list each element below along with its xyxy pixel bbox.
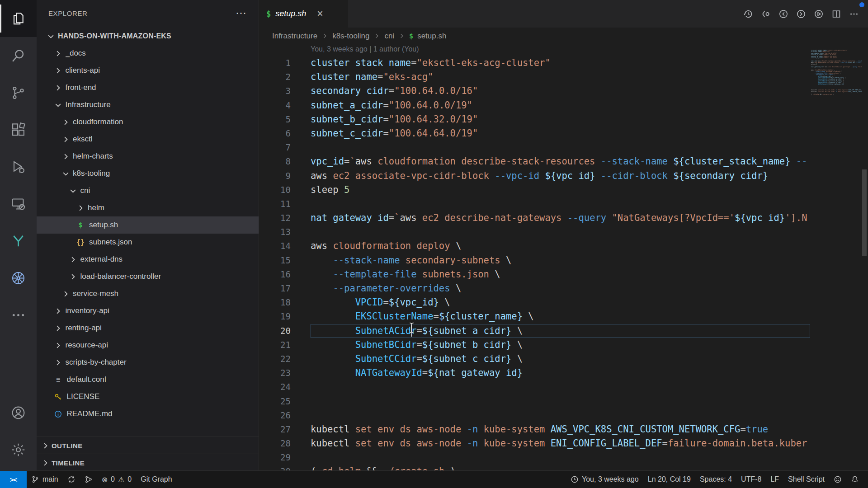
run-icon[interactable] (814, 9, 824, 19)
code-line[interactable] (311, 450, 810, 465)
activity-source-control-icon[interactable] (0, 74, 37, 111)
tree-item-license[interactable]: LICENSE (37, 388, 259, 405)
tree-item-scripts-by-chapter[interactable]: scripts-by-chapter (37, 354, 259, 371)
tree-item-renting-api[interactable]: renting-api (37, 319, 259, 337)
activity-account-icon[interactable] (0, 394, 37, 431)
activity-run-and-debug-icon[interactable] (0, 148, 37, 185)
tree-item-external-dns[interactable]: external-dns (37, 251, 259, 268)
scrollbar-thumb[interactable] (862, 169, 867, 256)
code-line[interactable]: subnet_a_cidr="100.64.0.0/19" (311, 99, 810, 113)
explorer-more-actions-icon[interactable]: ⋯ (236, 7, 247, 19)
sidebar-section-timeline[interactable]: TIMELINE (37, 454, 259, 471)
code-line[interactable]: --parameter-overrides \ (311, 282, 810, 296)
tree-item-readme-md[interactable]: README.md (37, 405, 259, 422)
sync-button[interactable] (63, 471, 80, 488)
problems-item[interactable]: ⊗ 0 ⚠ 0 (97, 471, 137, 488)
breadcrumb-item[interactable]: k8s-tooling (332, 32, 369, 41)
tree-item-cloudformation[interactable]: cloudformation (37, 113, 259, 131)
activity-additional-views-icon[interactable] (0, 296, 37, 333)
branch-item[interactable]: main (27, 471, 63, 488)
blame-status-item[interactable]: You, 3 weeks ago (566, 471, 643, 488)
code-pane[interactable]: You, 3 weeks ago | 1 author (You) 123456… (259, 44, 868, 471)
code-line[interactable]: kubectl set env ds aws-node -n kube-syst… (311, 436, 810, 450)
tree-item-resource-api[interactable]: resource-api (37, 337, 259, 354)
tree-item-hands-on-with-amazon-eks[interactable]: HANDS-ON-WITH-AMAZON-EKS (37, 28, 259, 45)
code-line[interactable]: --template-file subnets.json \ (311, 267, 810, 282)
line-number: 15 (259, 253, 291, 267)
tree-item-setup-sh[interactable]: $setup.sh (37, 216, 259, 234)
code-line[interactable]: --stack-name secondary-subnets \ (311, 253, 810, 267)
activity-testing-icon[interactable] (0, 222, 37, 259)
git-graph-label[interactable]: Git Graph (136, 471, 176, 488)
tree-item-helm-charts[interactable]: helm-charts (37, 148, 259, 165)
close-icon[interactable]: × (317, 9, 323, 19)
sidebar-section-outline[interactable]: OUTLINE (37, 436, 259, 454)
tree-item-service-mesh[interactable]: service-mesh (37, 285, 259, 302)
code-line[interactable]: nat_gateway_id=`aws ec2 describe-nat-gat… (311, 211, 810, 225)
code-line[interactable] (311, 197, 810, 211)
indentation[interactable]: Spaces: 4 (695, 471, 736, 488)
code-line[interactable] (311, 225, 810, 239)
feedback-smiley-button[interactable] (829, 471, 846, 488)
split-editor-icon[interactable] (831, 9, 841, 19)
notifications-bell-button[interactable] (846, 471, 863, 488)
code-line[interactable] (311, 141, 810, 155)
code-line[interactable]: NATGatewayId=${nat_gateway_id} (311, 366, 810, 380)
code-line[interactable]: SubnetCCidr=${subnet_c_cidr} \ (311, 352, 810, 366)
eol-selector[interactable]: LF (766, 471, 783, 488)
code-line[interactable]: aws cloudformation deploy \ (311, 239, 810, 253)
encoding[interactable]: UTF-8 (736, 471, 766, 488)
code-line[interactable]: sleep 5 (311, 183, 810, 197)
code-content[interactable]: cluster_stack_name="eksctl-eks-acg-clust… (311, 56, 810, 471)
tree-item-eksctl[interactable]: eksctl (37, 131, 259, 148)
code-line[interactable]: secondary_cidr="100.64.0.0/16" (311, 84, 810, 98)
code-line[interactable]: EKSClusterName=${cluster_name} \ (311, 310, 810, 324)
activity-explorer-icon[interactable] (0, 0, 37, 37)
tab-setup-sh[interactable]: $ setup.sh × (259, 0, 348, 28)
open-change-icon[interactable] (761, 9, 771, 19)
history-icon[interactable] (743, 9, 753, 19)
activity-remote-explorer-icon[interactable] (0, 185, 37, 222)
code-line[interactable] (311, 380, 810, 394)
tree-item-infrastructure[interactable]: Infrastructure (37, 96, 259, 113)
activity-kubernetes-icon[interactable] (0, 259, 37, 296)
breadcrumb-item[interactable]: Infrastructure (272, 32, 317, 41)
tree-item--docs[interactable]: _docs (37, 45, 259, 62)
code-line[interactable]: VPCID=${vpc_id} \ (311, 296, 810, 310)
code-line[interactable]: kubectl set env ds aws-node -n kube-syst… (311, 422, 810, 436)
minimap[interactable]: cluster_stack_name="eksctl-eks-acg-clust… (811, 50, 862, 96)
tree-item-helm[interactable]: helm (37, 199, 259, 216)
tree-item-load-balancer-controller[interactable]: load-balancer-controller (37, 268, 259, 285)
tree-item-subnets-json[interactable]: {}subnets.json (37, 234, 259, 251)
code-line[interactable]: aws ec2 associate-vpc-cidr-block --vpc-i… (311, 169, 810, 183)
tree-item-cni[interactable]: cni (37, 182, 259, 199)
remote-indicator[interactable]: >< (0, 471, 27, 488)
cursor-position[interactable]: Ln 20, Col 19 (643, 471, 695, 488)
code-line[interactable]: subnet_c_cidr="100.64.64.0/19" (311, 127, 810, 141)
next-change-icon[interactable] (796, 9, 806, 19)
code-line[interactable]: cluster_stack_name="eksctl-eks-acg-clust… (311, 56, 810, 70)
tree-item-clients-api[interactable]: clients-api (37, 62, 259, 79)
breadcrumb-item[interactable]: cni (384, 32, 394, 41)
activity-settings-icon[interactable] (0, 431, 37, 468)
code-line[interactable]: cluster_name="eks-acg" (311, 70, 810, 84)
activity-search-icon[interactable] (0, 37, 37, 74)
breadcrumb-item[interactable]: setup.sh (417, 32, 446, 41)
tree-item-inventory-api[interactable]: inventory-api (37, 302, 259, 319)
tree-item-default-conf[interactable]: ≡default.conf (37, 371, 259, 388)
activity-extensions-icon[interactable] (0, 111, 37, 148)
code-line[interactable]: SubnetBCidr=${subnet_b_cidr} \ (311, 338, 810, 352)
code-line[interactable]: SubnetACidr=${subnet_a_cidr} \ (311, 324, 810, 338)
prev-change-icon[interactable] (778, 9, 788, 19)
more-icon[interactable] (849, 9, 859, 19)
language-mode[interactable]: Shell Script (783, 471, 829, 488)
blame-annotation[interactable]: You, 3 weeks ago | 1 author (You) (311, 45, 419, 53)
code-line[interactable]: subnet_b_cidr="100.64.32.0/19" (311, 113, 810, 127)
code-line[interactable]: ( cd helm && ./create.sh ) (311, 465, 810, 471)
code-line[interactable] (311, 394, 810, 408)
code-line[interactable] (311, 408, 810, 422)
git-graph-button[interactable] (80, 471, 97, 488)
tree-item-front-end[interactable]: front-end (37, 79, 259, 96)
code-line[interactable]: vpc_id=`aws cloudformation describe-stac… (311, 155, 810, 169)
tree-item-k8s-tooling[interactable]: k8s-tooling (37, 165, 259, 182)
